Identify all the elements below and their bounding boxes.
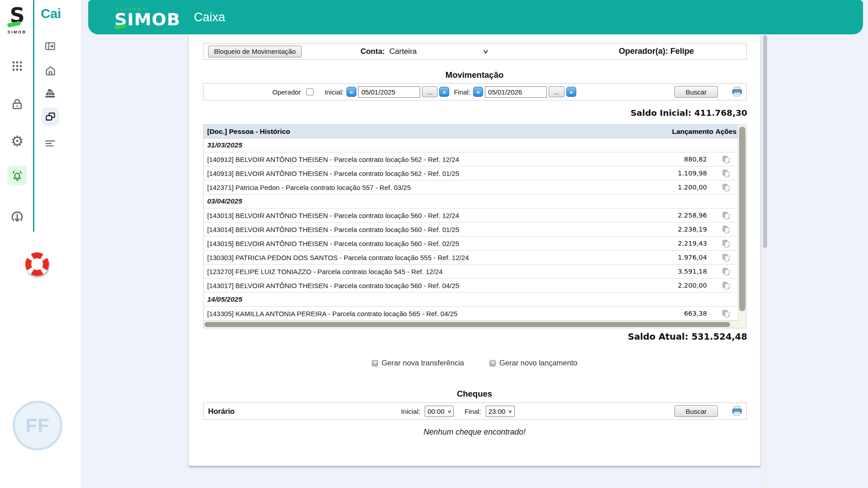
conta-label: Conta: <box>360 47 385 56</box>
list-icon[interactable] <box>41 134 59 152</box>
header-logo: FLEXPRO SIMOB <box>114 7 180 28</box>
copy-icon[interactable] <box>722 169 730 177</box>
copy-icon[interactable] <box>722 239 730 247</box>
generate-link-label: Gerar nova transferência <box>382 359 465 367</box>
table-vertical-scrollbar[interactable] <box>738 125 746 328</box>
table-row: [142371] Patricia Pedon - Parcela contra… <box>204 180 738 194</box>
generate-link[interactable]: Gerar nova transferência <box>372 359 465 367</box>
cheque-inicial-label: Inicial: <box>401 407 421 415</box>
app-header: FLEXPRO SIMOB Caixa <box>88 0 863 34</box>
conta-select[interactable]: Carteira ∨ <box>389 47 488 56</box>
row-amount: 2.200,00 <box>651 282 714 289</box>
avatar-initials: FF <box>25 415 49 436</box>
copy-icon[interactable] <box>722 253 730 261</box>
group-date-row: 14/05/2025 <box>204 293 738 307</box>
no-cheques-message: Nenhum cheque encontrado! <box>189 427 760 437</box>
final-label: Final: <box>454 88 470 96</box>
simob-logo-text: SIMOB <box>0 30 34 34</box>
movements-table: [Doc.] Pessoa - Histórico Lançamento Açõ… <box>203 124 747 328</box>
sidebar-divider <box>33 0 34 232</box>
gear-icon[interactable]: ⚙ <box>7 131 27 151</box>
copy-icon[interactable] <box>722 183 730 191</box>
row-description: [142371] Patricia Pedon - Parcela contra… <box>204 184 651 191</box>
cheques-title: Cheques <box>189 389 760 399</box>
cash-register-icon[interactable] <box>41 85 59 103</box>
table-hscroll-thumb[interactable] <box>204 322 730 327</box>
print-movimentos-icon[interactable] <box>731 86 743 97</box>
group-date: 31/03/2025 <box>204 141 651 149</box>
cheque-final-time-select[interactable]: 23:00∨ <box>486 406 515 417</box>
chevron-down-icon: ∨ <box>508 409 512 414</box>
copy-icon[interactable] <box>722 155 730 163</box>
lock-icon[interactable] <box>7 94 27 114</box>
help-lifebuoy-icon[interactable] <box>25 252 49 276</box>
row-description: [123270] FELIPE LUIZ TONIAZZO - Parcela … <box>204 268 651 275</box>
operator-label: Operador(a): Felipe <box>619 47 694 56</box>
table-row: [143017] BELVOIR ANTÔNIO THEISEN - Parce… <box>204 279 738 293</box>
add-icon <box>489 360 496 366</box>
saldo-atual: Saldo Atual: 531.524,48 <box>628 332 747 342</box>
movimentacao-title: Movimentação <box>189 70 760 80</box>
buscar-cheques-button[interactable]: Buscar <box>674 405 718 417</box>
collapse-sidebar-icon[interactable] <box>41 37 59 55</box>
row-amount: 2.219,43 <box>651 240 714 247</box>
inicial-label: Inicial: <box>324 88 344 96</box>
row-description: [140913] BELVOIR ANTÔNIO THEISEN - Parce… <box>204 170 651 177</box>
buscar-movimentos-button[interactable]: Buscar <box>674 86 718 98</box>
prev-initial-date-button[interactable]: « <box>346 87 356 97</box>
operador-checkbox[interactable] <box>306 88 313 95</box>
page-scrollbar[interactable] <box>763 34 768 488</box>
row-description: [143015] BELVOIR ANTÔNIO THEISEN - Parce… <box>204 240 651 247</box>
row-description: [130303] PATRICIA PEDON DOS SANTOS - Par… <box>204 254 651 261</box>
saldo-inicial: Saldo Inicial: 411.768,30 <box>631 108 747 118</box>
chevron-down-icon: ∨ <box>447 409 452 414</box>
block-movement-button[interactable]: Bloqueio de Movimentação <box>208 46 302 57</box>
table-row: [143014] BELVOIR ANTÔNIO THEISEN - Parce… <box>204 223 738 237</box>
stack-icon[interactable] <box>41 108 59 126</box>
apps-grid-icon[interactable] <box>7 56 27 76</box>
account-bar: Bloqueio de Movimentação Conta: Carteira… <box>203 43 747 60</box>
table-row: [140913] BELVOIR ANTÔNIO THEISEN - Parce… <box>204 166 738 180</box>
col-header-lancamento: Lançamento <box>651 128 714 136</box>
avatar[interactable]: FF <box>13 401 62 450</box>
next-initial-date-button[interactable]: » <box>439 87 449 97</box>
generate-links-row: Gerar nova transferênciaGerar novo lança… <box>189 359 760 367</box>
group-date: 03/04/2025 <box>204 197 651 205</box>
row-amount: 1.109,98 <box>651 170 714 177</box>
copy-icon[interactable] <box>722 267 730 275</box>
copy-icon[interactable] <box>722 211 730 219</box>
home-icon[interactable] <box>41 62 59 80</box>
page-title: Caixa <box>194 10 225 24</box>
operador-checkbox-label: Operador <box>272 88 301 96</box>
chevron-down-icon: ∨ <box>482 48 489 55</box>
group-date-row: 31/03/2025 <box>204 138 738 152</box>
cheque-initial-time-select[interactable]: 00:00∨ <box>425 406 454 417</box>
table-vscroll-thumb[interactable] <box>739 127 745 311</box>
row-description: [143017] BELVOIR ANTÔNIO THEISEN - Parce… <box>204 282 651 289</box>
row-amount: 2.258,96 <box>651 212 714 219</box>
conta-selected-value: Carteira <box>389 47 417 56</box>
download-icon[interactable] <box>7 207 27 227</box>
print-cheques-icon[interactable] <box>731 406 743 417</box>
simob-logo[interactable]: S <box>6 4 28 29</box>
section-title: Cai <box>41 6 61 21</box>
copy-icon[interactable] <box>722 309 730 317</box>
next-final-date-button[interactable]: » <box>566 87 576 97</box>
table-row: [143015] BELVOIR ANTÔNIO THEISEN - Parce… <box>204 237 738 251</box>
row-description: [143013] BELVOIR ANTÔNIO THEISEN - Parce… <box>204 212 651 219</box>
prev-final-date-button[interactable]: « <box>473 87 483 97</box>
page-scrollbar-thumb[interactable] <box>763 35 767 248</box>
initial-date-input[interactable] <box>358 86 420 98</box>
bell-icon[interactable] <box>7 166 27 185</box>
final-date-input[interactable] <box>485 86 547 98</box>
table-horizontal-scrollbar[interactable] <box>204 321 738 328</box>
initial-date-picker-button[interactable]: ... <box>422 86 438 97</box>
table-row: [123270] FELIPE LUIZ TONIAZZO - Parcela … <box>204 265 738 279</box>
final-date-picker-button[interactable]: ... <box>549 86 564 97</box>
copy-icon[interactable] <box>722 281 730 289</box>
row-description: [143305] KAMILLA ANTONIA PEREIRA - Parce… <box>204 310 651 317</box>
table-row: [143305] KAMILLA ANTONIA PEREIRA - Parce… <box>204 307 738 321</box>
col-header-doc: [Doc.] Pessoa - Histórico <box>204 128 651 136</box>
copy-icon[interactable] <box>722 225 730 233</box>
generate-link[interactable]: Gerar novo lançamento <box>489 359 577 367</box>
